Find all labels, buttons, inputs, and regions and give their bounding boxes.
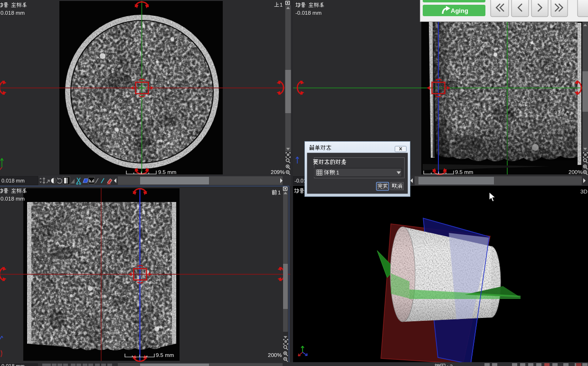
svg-text:0.018 mm: 0.018 mm	[1, 178, 25, 183]
svg-text:1: 1	[280, 2, 283, 8]
svg-text:1: 1	[278, 190, 281, 195]
svg-text:-0.018 mm: -0.018 mm	[295, 10, 322, 16]
svg-text:3D: 3D	[580, 189, 588, 194]
svg-text:0.018 mm: 0.018 mm	[0, 196, 25, 202]
svg-text:9.5 mm: 9.5 mm	[455, 169, 473, 175]
svg-text:200%: 200%	[268, 352, 282, 358]
svg-text:200%: 200%	[569, 169, 582, 175]
svg-text:9.5 mm: 9.5 mm	[158, 169, 176, 175]
svg-text:0.018 mm: 0.018 mm	[1, 363, 25, 366]
svg-text:209%: 209%	[271, 169, 285, 175]
svg-text:: 3: : 3	[447, 364, 453, 366]
svg-text:9.5 mm: 9.5 mm	[156, 352, 174, 358]
svg-text:0.018 mm: 0.018 mm	[0, 10, 25, 16]
svg-text:Aging: Aging	[451, 7, 468, 14]
svg-text:1: 1	[336, 170, 339, 175]
